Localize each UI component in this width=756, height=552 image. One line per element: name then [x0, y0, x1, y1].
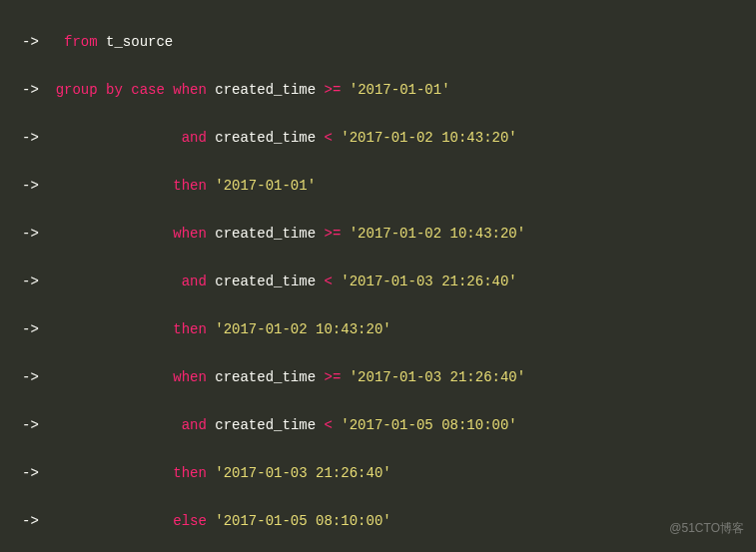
code-line: -> else '2017-01-05 08:10:00'	[0, 509, 756, 533]
identifier: t_source	[106, 34, 173, 50]
code-line: -> and created_time < '2017-01-05 08:10:…	[0, 413, 756, 437]
code-line: -> then '2017-01-03 21:26:40'	[0, 461, 756, 485]
code-line: -> when created_time >= '2017-01-03 21:2…	[0, 365, 756, 389]
code-line: -> and created_time < '2017-01-03 21:26:…	[0, 270, 756, 293]
code-line: -> from t_source	[0, 30, 756, 54]
code-line: -> group by case when created_time >= '2…	[0, 78, 756, 102]
code-line: -> then '2017-01-01'	[0, 174, 756, 198]
code-block: -> from t_source -> group by case when c…	[0, 0, 756, 552]
code-line: -> and created_time < '2017-01-02 10:43:…	[0, 126, 756, 150]
code-line: -> when created_time >= '2017-01-02 10:4…	[0, 222, 756, 246]
prompt: ->	[22, 34, 39, 50]
code-line: -> then '2017-01-02 10:43:20'	[0, 317, 756, 341]
keyword-from: from	[64, 34, 98, 50]
